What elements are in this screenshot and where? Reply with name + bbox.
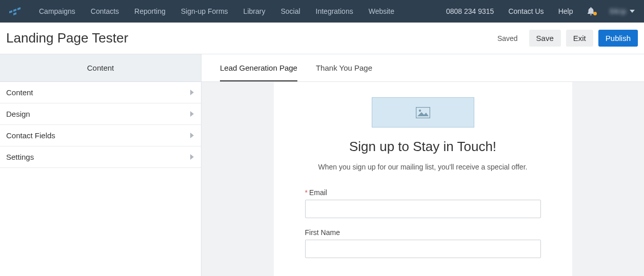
chevron-right-icon xyxy=(190,131,194,140)
form-heading: Sign up to Stay in Touch! xyxy=(349,139,496,155)
first-name-input[interactable] xyxy=(305,240,541,258)
svg-marker-1 xyxy=(13,9,16,12)
page-tabs: Lead Generation Page Thank You Page xyxy=(202,54,644,82)
chevron-down-icon xyxy=(630,10,635,13)
page-title: Landing Page Tester xyxy=(6,30,128,46)
canvas-wrapper: Sign up to Stay in Touch! When you sign … xyxy=(202,82,644,276)
svg-rect-4 xyxy=(416,107,430,118)
nav-social[interactable]: Social xyxy=(280,7,300,15)
top-nav: Campaigns Contacts Reporting Sign-up For… xyxy=(0,0,644,23)
signup-form: *Email First Name xyxy=(305,188,541,268)
sidebar-item-label: Content xyxy=(6,88,33,97)
sidebar-tab-content[interactable]: Content xyxy=(0,54,201,82)
save-button[interactable]: Save xyxy=(529,30,561,47)
save-status: Saved xyxy=(497,34,518,43)
notification-dot-icon xyxy=(593,12,597,15)
nav-reporting[interactable]: Reporting xyxy=(134,7,166,15)
publish-button[interactable]: Publish xyxy=(598,30,638,47)
notifications-button[interactable] xyxy=(587,7,595,15)
svg-marker-2 xyxy=(17,7,21,10)
sidebar-item-label: Settings xyxy=(6,153,34,161)
sidebar-item-contact-fields[interactable]: Contact Fields xyxy=(0,125,201,146)
sidebar-item-label: Contact Fields xyxy=(6,131,55,140)
nav-library[interactable]: Library xyxy=(244,7,266,15)
nav-campaigns[interactable]: Campaigns xyxy=(39,7,75,15)
page-header: Landing Page Tester Saved Save Exit Publ… xyxy=(0,23,644,54)
user-menu[interactable]: Skip xyxy=(609,7,635,15)
sidebar-item-design[interactable]: Design xyxy=(0,103,201,125)
email-label: *Email xyxy=(305,188,541,197)
phone-number: 0808 234 9315 xyxy=(446,7,494,15)
nav-links: Campaigns Contacts Reporting Sign-up For… xyxy=(39,7,446,15)
sidebar-item-content[interactable]: Content xyxy=(0,82,201,103)
image-placeholder[interactable] xyxy=(372,97,474,128)
sidebar-item-label: Design xyxy=(6,110,30,118)
svg-marker-3 xyxy=(13,12,16,15)
sidebar-item-settings[interactable]: Settings xyxy=(0,146,201,168)
main-panel: Lead Generation Page Thank You Page Sign… xyxy=(202,54,644,276)
chevron-right-icon xyxy=(190,88,194,97)
nav-integrations[interactable]: Integrations xyxy=(316,7,353,15)
nav-signup-forms[interactable]: Sign-up Forms xyxy=(181,7,228,15)
svg-marker-0 xyxy=(9,10,12,13)
svg-point-5 xyxy=(418,109,420,111)
form-field-first-name: First Name xyxy=(305,228,541,258)
email-input[interactable] xyxy=(305,200,541,218)
landing-page-canvas: Sign up to Stay in Touch! When you sign … xyxy=(274,82,572,276)
brand-logo[interactable] xyxy=(9,7,25,16)
form-field-email: *Email xyxy=(305,188,541,218)
tab-lead-generation[interactable]: Lead Generation Page xyxy=(220,54,297,81)
nav-website[interactable]: Website xyxy=(369,7,394,15)
flag-logo-icon xyxy=(9,7,25,16)
form-subtext: When you sign up for our mailing list, y… xyxy=(318,163,528,171)
chevron-right-icon xyxy=(190,153,194,161)
contact-us-link[interactable]: Contact Us xyxy=(508,7,544,15)
nav-right: 0808 234 9315 Contact Us Help Skip xyxy=(446,7,635,15)
chevron-right-icon xyxy=(190,110,194,118)
sidebar: Content Content Design Contact Fields Se… xyxy=(0,54,202,276)
help-link[interactable]: Help xyxy=(558,7,573,15)
first-name-label: First Name xyxy=(305,228,541,237)
nav-contacts[interactable]: Contacts xyxy=(91,7,119,15)
exit-button[interactable]: Exit xyxy=(566,30,593,47)
image-placeholder-icon xyxy=(416,107,430,118)
user-name-blurred: Skip xyxy=(609,7,627,15)
tab-thank-you[interactable]: Thank You Page xyxy=(316,54,372,81)
header-actions: Saved Save Exit Publish xyxy=(497,30,638,47)
editor-body: Content Content Design Contact Fields Se… xyxy=(0,54,644,276)
